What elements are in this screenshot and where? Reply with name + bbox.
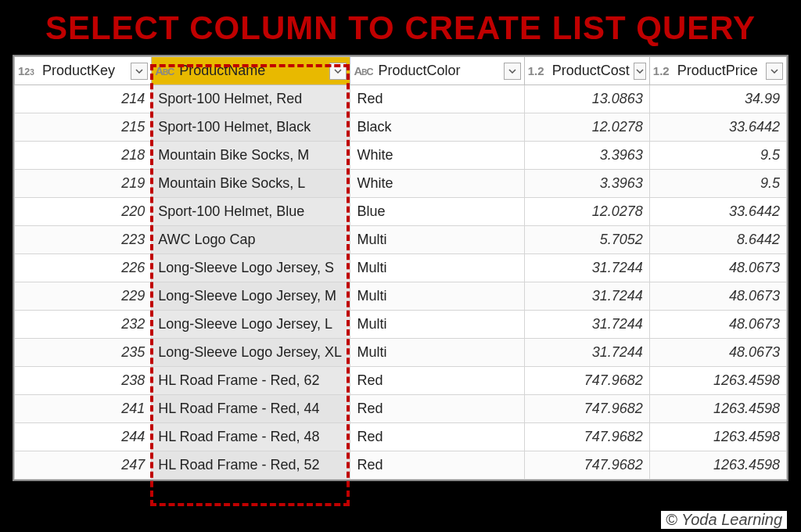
column-header-productcolor[interactable]: ABCProductColor xyxy=(350,57,524,85)
cell-productkey[interactable]: 232 xyxy=(15,311,152,339)
cell-productname[interactable]: Sport-100 Helmet, Black xyxy=(152,113,350,142)
column-filter-button[interactable] xyxy=(131,63,148,80)
cell-productkey[interactable]: 238 xyxy=(15,367,152,395)
cell-productkey[interactable]: 244 xyxy=(15,423,152,451)
cell-productkey[interactable]: 226 xyxy=(15,254,152,282)
cell-productkey[interactable]: 215 xyxy=(15,113,152,142)
cell-productkey[interactable]: 223 xyxy=(15,226,152,254)
cell-productcost[interactable]: 747.9682 xyxy=(524,395,649,423)
cell-productkey[interactable]: 247 xyxy=(15,451,152,480)
credit-label: © Yoda Learning xyxy=(661,511,787,529)
cell-productkey[interactable]: 229 xyxy=(15,282,152,311)
cell-productprice[interactable]: 8.6442 xyxy=(649,226,786,254)
cell-productname[interactable]: Mountain Bike Socks, L xyxy=(152,170,350,198)
cell-productkey[interactable]: 241 xyxy=(15,395,152,423)
cell-productprice[interactable]: 1263.4598 xyxy=(649,395,786,423)
cell-productname[interactable]: HL Road Frame - Red, 62 xyxy=(152,367,350,395)
cell-productname[interactable]: Long-Sleeve Logo Jersey, S xyxy=(152,254,350,282)
cell-productcolor[interactable]: Multi xyxy=(350,254,524,282)
cell-productname[interactable]: Long-Sleeve Logo Jersey, L xyxy=(152,311,350,339)
cell-productname[interactable]: HL Road Frame - Red, 44 xyxy=(152,395,350,423)
column-header-productprice[interactable]: 1.2ProductPrice xyxy=(649,57,786,85)
cell-productcolor[interactable]: White xyxy=(350,142,524,170)
cell-productcolor[interactable]: Multi xyxy=(350,311,524,339)
cell-productkey[interactable]: 214 xyxy=(15,85,152,113)
cell-productcolor[interactable]: White xyxy=(350,170,524,198)
cell-productcolor[interactable]: Multi xyxy=(350,282,524,311)
cell-productcost[interactable]: 12.0278 xyxy=(524,113,649,142)
cell-productname[interactable]: Long-Sleeve Logo Jersey, XL xyxy=(152,339,350,367)
cell-productprice[interactable]: 48.0673 xyxy=(649,311,786,339)
table-row[interactable]: 223AWC Logo CapMulti5.70528.6442 xyxy=(15,226,787,254)
cell-productcost[interactable]: 31.7244 xyxy=(524,311,649,339)
cell-productprice[interactable]: 1263.4598 xyxy=(649,423,786,451)
cell-productcost[interactable]: 747.9682 xyxy=(524,451,649,480)
column-header-productkey[interactable]: 123ProductKey xyxy=(15,57,152,85)
int-type-icon: 123 xyxy=(18,64,38,77)
data-grid: 123ProductKeyABCProductNameABCProductCol… xyxy=(13,55,788,481)
cell-productprice[interactable]: 33.6442 xyxy=(649,198,786,226)
cell-productprice[interactable]: 48.0673 xyxy=(649,282,786,311)
table-row[interactable]: 241HL Road Frame - Red, 44Red747.9682126… xyxy=(15,395,787,423)
decimal-type-icon: 1.2 xyxy=(653,64,673,77)
table-row[interactable]: 218Mountain Bike Socks, MWhite3.39639.5 xyxy=(15,142,787,170)
column-label: ProductColor xyxy=(378,63,499,79)
table-row[interactable]: 247HL Road Frame - Red, 52Red747.9682126… xyxy=(15,451,787,480)
cell-productname[interactable]: HL Road Frame - Red, 48 xyxy=(152,423,350,451)
cell-productkey[interactable]: 219 xyxy=(15,170,152,198)
cell-productcolor[interactable]: Red xyxy=(350,395,524,423)
table-row[interactable]: 232Long-Sleeve Logo Jersey, LMulti31.724… xyxy=(15,311,787,339)
cell-productcolor[interactable]: Multi xyxy=(350,339,524,367)
cell-productcost[interactable]: 5.7052 xyxy=(524,226,649,254)
cell-productkey[interactable]: 218 xyxy=(15,142,152,170)
cell-productcost[interactable]: 31.7244 xyxy=(524,254,649,282)
cell-productcolor[interactable]: Red xyxy=(350,85,524,113)
table-row[interactable]: 215Sport-100 Helmet, BlackBlack12.027833… xyxy=(15,113,787,142)
cell-productcolor[interactable]: Red xyxy=(350,451,524,480)
table-row[interactable]: 220Sport-100 Helmet, BlueBlue12.027833.6… xyxy=(15,198,787,226)
cell-productcost[interactable]: 747.9682 xyxy=(524,367,649,395)
cell-productcost[interactable]: 3.3963 xyxy=(524,170,649,198)
table-row[interactable]: 229Long-Sleeve Logo Jersey, MMulti31.724… xyxy=(15,282,787,311)
cell-productname[interactable]: AWC Logo Cap xyxy=(152,226,350,254)
column-header-productcost[interactable]: 1.2ProductCost xyxy=(524,57,649,85)
cell-productkey[interactable]: 235 xyxy=(15,339,152,367)
cell-productprice[interactable]: 1263.4598 xyxy=(649,367,786,395)
table-row[interactable]: 235Long-Sleeve Logo Jersey, XLMulti31.72… xyxy=(15,339,787,367)
table-row[interactable]: 214Sport-100 Helmet, RedRed13.086334.99 xyxy=(15,85,787,113)
cell-productcost[interactable]: 12.0278 xyxy=(524,198,649,226)
cell-productprice[interactable]: 9.5 xyxy=(649,170,786,198)
cell-productcolor[interactable]: Black xyxy=(350,113,524,142)
cell-productname[interactable]: HL Road Frame - Red, 52 xyxy=(152,451,350,480)
cell-productname[interactable]: Mountain Bike Socks, M xyxy=(152,142,350,170)
cell-productprice[interactable]: 48.0673 xyxy=(649,254,786,282)
cell-productname[interactable]: Sport-100 Helmet, Red xyxy=(152,85,350,113)
cell-productcost[interactable]: 31.7244 xyxy=(524,339,649,367)
column-label: ProductName xyxy=(179,63,325,79)
cell-productcost[interactable]: 3.3963 xyxy=(524,142,649,170)
cell-productprice[interactable]: 48.0673 xyxy=(649,339,786,367)
column-filter-button[interactable] xyxy=(504,63,521,80)
table-row[interactable]: 226Long-Sleeve Logo Jersey, SMulti31.724… xyxy=(15,254,787,282)
cell-productprice[interactable]: 1263.4598 xyxy=(649,451,786,480)
column-header-productname[interactable]: ABCProductName xyxy=(152,57,350,85)
cell-productcost[interactable]: 31.7244 xyxy=(524,282,649,311)
column-filter-button[interactable] xyxy=(329,63,347,80)
cell-productname[interactable]: Sport-100 Helmet, Blue xyxy=(152,198,350,226)
cell-productcolor[interactable]: Blue xyxy=(350,198,524,226)
cell-productkey[interactable]: 220 xyxy=(15,198,152,226)
cell-productprice[interactable]: 34.99 xyxy=(649,85,786,113)
table-row[interactable]: 238HL Road Frame - Red, 62Red747.9682126… xyxy=(15,367,787,395)
cell-productname[interactable]: Long-Sleeve Logo Jersey, M xyxy=(152,282,350,311)
cell-productcost[interactable]: 747.9682 xyxy=(524,423,649,451)
cell-productprice[interactable]: 33.6442 xyxy=(649,113,786,142)
column-filter-button[interactable] xyxy=(634,63,646,80)
table-row[interactable]: 244HL Road Frame - Red, 48Red747.9682126… xyxy=(15,423,787,451)
cell-productcolor[interactable]: Red xyxy=(350,423,524,451)
column-filter-button[interactable] xyxy=(766,63,783,80)
cell-productprice[interactable]: 9.5 xyxy=(649,142,786,170)
cell-productcost[interactable]: 13.0863 xyxy=(524,85,649,113)
cell-productcolor[interactable]: Red xyxy=(350,367,524,395)
table-row[interactable]: 219Mountain Bike Socks, LWhite3.39639.5 xyxy=(15,170,787,198)
cell-productcolor[interactable]: Multi xyxy=(350,226,524,254)
